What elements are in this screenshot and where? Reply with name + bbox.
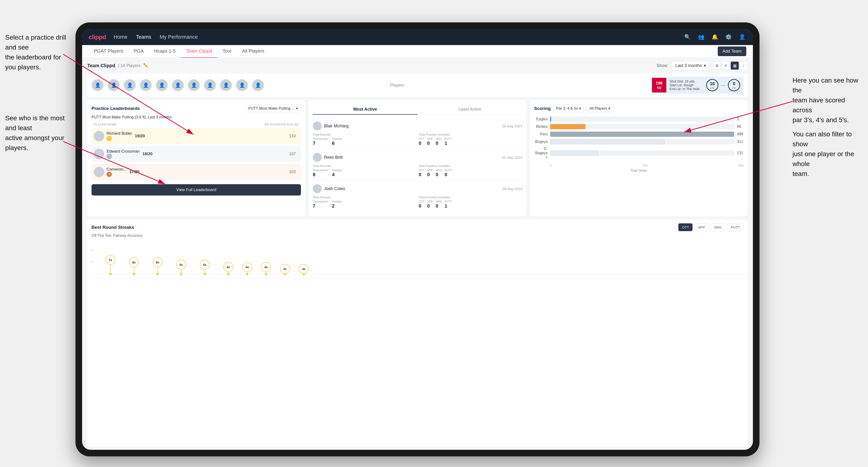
bar-label-bogeys: Bogeys [534,139,548,144]
people-icon[interactable]: 👥 [697,33,705,41]
streak-tab-putt[interactable]: PUTT [727,223,743,231]
lb-row-3: Cameron... 3 17/20 103 [92,164,301,180]
svg-text:3x: 3x [283,267,287,271]
pac-player-1: Blair McHarg [313,121,349,130]
view-sort-icon[interactable]: ↕ [740,62,748,69]
lb-badge-1: ⭐ [106,136,112,141]
tablet-frame: clippd Home Teams My Performance 🔍 👥 🔔 ⚙… [75,22,760,456]
sub-nav-all-players[interactable]: All Players [237,45,269,58]
lb-name-2: Edward Crossman [106,149,140,154]
main-content: Team Clippd | 14 Players ✏️ Show: Last 3… [82,58,753,450]
nav-teams[interactable]: Teams [136,34,151,40]
player-avatar-8[interactable]: 👤 [204,79,216,91]
search-icon[interactable]: 🔍 [683,33,691,41]
shot-badge: 198SQ [652,78,666,93]
leaderboard-header: Practice Leaderboards PUTT Must Make Put… [92,104,301,112]
shot-dash: — [721,83,725,88]
leaderboard-dropdown[interactable]: PUTT Must Make Putting ... ▾ [245,104,301,112]
pac-tournament-1: Tournament 7 [313,137,328,146]
streaks-tabs: OTT APP ARG PUTT [678,223,743,231]
view-card-icon[interactable]: ▦ [731,62,739,69]
team-title: Team Clippd [87,63,115,68]
y-axis-label: e [92,248,93,252]
pac-avatar-2 [313,153,322,162]
shot-detail-2: Start Lie: Rough [670,83,700,87]
lb-info-2: Edward Crossman 2 [106,149,140,159]
leaderboard-title: Practice Leaderboards [92,106,140,111]
pac-date-1: 26 Aug 2023 [502,124,522,128]
streak-tab-arg[interactable]: ARG [710,223,725,231]
svg-point-26 [246,273,248,275]
view-list-icon[interactable]: ≡ [722,62,730,69]
team-count: | 14 Players [118,63,141,68]
lb-avg-2: 107 [289,152,296,156]
player-avatar-6[interactable]: 👤 [172,79,184,91]
bar-fill-bogeys [550,139,665,144]
scoring-filter2[interactable]: All Players ▾ [586,104,613,112]
pac-stats-3: Total Rounds Tournament7 Practice2 Total… [313,195,522,209]
bar-fill-pars [550,132,734,137]
bar-value-pars: 499 [737,132,743,136]
svg-text:7x: 7x [109,258,112,262]
player-avatar-2[interactable]: 👤 [107,79,120,91]
bar-track-eagles [550,117,735,122]
player-avatar-10[interactable]: 👤 [236,79,248,91]
sub-nav-team-clippd[interactable]: Team Clippd [181,45,217,58]
lb-avatar-2 [94,149,104,159]
lb-avg-1: 110 [289,134,296,138]
nav-bar: clippd Home Teams My Performance 🔍 👥 🔔 ⚙… [82,29,753,45]
bar-label-dbogeys: D. Bogeys + [534,147,548,159]
player-avatar-5[interactable]: 👤 [156,79,168,91]
add-team-button[interactable]: Add Team [718,46,746,56]
settings-icon[interactable]: ⚙️ [724,33,733,41]
lb-badge-2: 2 [106,154,112,159]
team-header-right: Show: Last 3 months ▾ ⊞ ≡ ▦ ↕ [657,61,748,70]
pac-date-2: 02 Sep 2023 [502,155,522,159]
svg-text:6x: 6x [156,261,159,264]
lb-badge-3: 3 [106,172,112,177]
player-avatar-11[interactable]: 👤 [252,79,264,91]
svg-text:4x: 4x [265,266,268,269]
view-grid-icon[interactable]: ⊞ [713,62,721,69]
sub-nav-pga[interactable]: PGA [129,45,149,58]
annotation-bottom-left: See who is the most and least active amo… [5,113,69,153]
show-dropdown[interactable]: Last 3 months ▾ [672,61,710,70]
svg-text:5x: 5x [203,263,207,267]
tab-most-active[interactable]: Most Active [313,104,417,115]
lb-score-1: 19/20 [135,134,283,138]
player-avatar-7[interactable]: 👤 [188,79,200,91]
sub-nav: PGAT Players PGA Hcaps 1-5 Team Clippd T… [82,45,753,58]
player-avatar-9[interactable]: 👤 [220,79,232,91]
bar-fill-dbogeys [550,151,598,156]
tab-least-active[interactable]: Least Active [417,104,522,115]
sub-nav-tour[interactable]: Tour [217,45,237,58]
tablet-screen: clippd Home Teams My Performance 🔍 👥 🔔 ⚙… [82,29,753,450]
leaderboard-subtitle: PUTT Must Make Putting (3-6 ft), Last 3 … [92,115,301,119]
nav-my-performance[interactable]: My Performance [160,34,198,40]
team-header: Team Clippd | 14 Players ✏️ Show: Last 3… [87,61,748,70]
scoring-filter1[interactable]: Par 3, 4 & 5s ▾ [553,104,584,112]
player-avatar-4[interactable]: 👤 [140,79,152,91]
bar-fill-eagles [550,117,551,122]
svg-point-22 [227,273,229,275]
pac-player-3: Josh Coles [313,184,345,193]
leaderboard-panel: Practice Leaderboards PUTT Must Make Put… [87,100,305,216]
activity-panel: Most Active Least Active Blair McHarg 26… [309,100,526,216]
nav-home[interactable]: Home [114,34,128,40]
sub-nav-hcaps[interactable]: Hcaps 1-5 [149,45,181,58]
streaks-section: Best Round Streaks OTT APP ARG PUTT Off … [87,220,748,446]
pac-rounds-values-1: Tournament 7 Practice 6 [313,137,416,146]
edit-icon[interactable]: ✏️ [143,63,148,68]
bar-fill-birdies [550,124,585,129]
view-leaderboard-button[interactable]: View Full Leaderboard [92,184,301,195]
annotation-top-right: Here you can see how the team have score… [793,75,863,179]
streak-tab-app[interactable]: APP [694,223,709,231]
player-avatar-1[interactable]: 👤 [92,79,104,91]
player-avatar-3[interactable]: 👤 [124,79,136,91]
streak-tab-ott[interactable]: OTT [678,223,692,231]
lb-info-3: Cameron... 3 [106,167,126,177]
bell-icon[interactable]: 🔔 [710,33,719,41]
avatar-icon[interactable]: 👤 [738,33,746,41]
bar-row-pars: Pars 499 [534,132,743,137]
sub-nav-pgat[interactable]: PGAT Players [89,45,129,58]
